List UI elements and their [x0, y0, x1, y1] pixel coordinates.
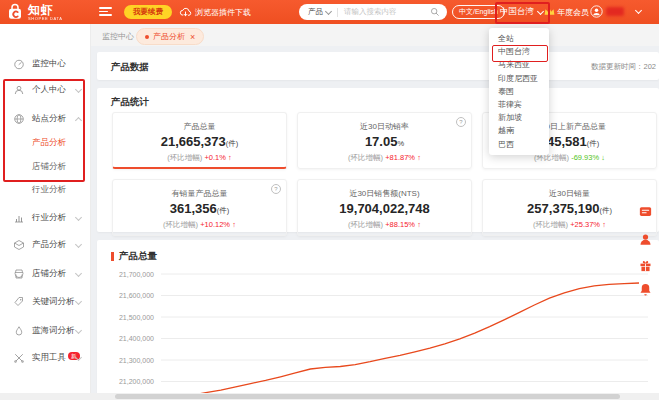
stat-title: 产品总量 [113, 121, 286, 132]
sidebar-item-industry-analysis[interactable]: 行业分析 [0, 208, 90, 228]
cube-icon [13, 239, 25, 251]
sidebar-item-shop-analysis[interactable]: 店铺分析 [0, 264, 90, 284]
region-option-vietnam[interactable]: 越南 [489, 124, 549, 137]
sidebar-item-personal-center[interactable]: 个人中心 [0, 80, 90, 100]
region-option-taiwan[interactable]: 中国台湾 [489, 45, 549, 58]
storefront-icon [13, 268, 25, 280]
chevron-down-icon [75, 327, 82, 334]
cloud-download-icon [179, 6, 192, 19]
svg-text:21,300,000: 21,300,000 [119, 357, 154, 364]
region-selector[interactable]: 中国台湾 [500, 6, 543, 18]
user-icon [13, 84, 25, 96]
tab-product-analysis[interactable]: 产品分析 × [136, 28, 204, 45]
sidebar-subitem-product-analysis[interactable]: 产品分析 [0, 134, 90, 152]
chevron-down-icon [75, 241, 82, 248]
stat-card-products-with-sales[interactable]: ? 有销量产品总量 361,356(件) (环比增幅) +10.12% ↑ [112, 179, 287, 236]
info-icon[interactable]: ? [271, 184, 281, 194]
up-arrow-icon: ↑ [228, 153, 232, 162]
region-dropdown-menu: 全站 中国台湾 马来西亚 印度尼西亚 泰国 菲律宾 新加坡 越南 巴西 [489, 28, 549, 155]
top-bar: 知虾 SHOPEE DATA 我要续费 浏览器插件下载 产品 请输入搜索内容 中… [0, 0, 659, 24]
up-arrow-icon: ↑ [417, 153, 421, 162]
customer-service-icon[interactable] [637, 231, 654, 248]
svg-text:21,400,000: 21,400,000 [119, 335, 154, 342]
sidebar-item-label: 蓝海词分析 [32, 325, 75, 337]
sidebar-subitem-industry-analysis[interactable]: 行业分析 [0, 181, 90, 199]
tab-monitor-center[interactable]: 监控中心 [102, 31, 134, 42]
stat-change: (环比增幅) +88.15% ↑ [298, 220, 471, 230]
stat-change: (环比增幅) +81.87% ↑ [298, 153, 471, 163]
globe-icon [13, 113, 25, 125]
sidebar-item-label: 关键词分析 [32, 296, 75, 308]
product-statistics-panel: 产品统计 产品总量 21,665,373(件) (环比增幅) +0.1% ↑ ?… [97, 88, 659, 232]
horizontal-scrollbar-thumb[interactable] [115, 394, 620, 399]
stat-card-sell-through-rate[interactable]: ? 近30日动销率 17.05% (环比增幅) +81.87% ↑ [297, 112, 472, 169]
stat-card-total-products[interactable]: 产品总量 21,665,373(件) (环比增幅) +0.1% ↑ [112, 112, 287, 169]
membership-label: 年度会员 [557, 7, 589, 18]
region-option-thailand[interactable]: 泰国 [489, 85, 549, 98]
sidebar-item-label: 店铺分析 [32, 268, 66, 280]
crown-icon [543, 5, 556, 18]
up-arrow-icon: ↑ [232, 220, 236, 229]
svg-text:21,700,000: 21,700,000 [119, 271, 154, 278]
data-update-time: 数据更新时间：202 [591, 62, 656, 72]
notification-bell-icon[interactable] [637, 281, 654, 298]
region-option-all[interactable]: 全站 [489, 32, 549, 45]
search-category-select[interactable]: 产品 [308, 7, 323, 17]
logo-title: 知虾 [28, 4, 62, 16]
sidebar: 监控中心 个人中心 站点分析 产品分析 店铺分析 行业分析 行业分析 产品分析 [0, 24, 91, 400]
avatar[interactable] [590, 5, 603, 18]
stat-card-sales-amount-30d[interactable]: 近30日销售额(NTS) 19,704,022,748 (环比增幅) +88.1… [297, 179, 472, 236]
stat-change: (环比增幅) +0.1% ↑ [113, 153, 286, 163]
stat-title: 近30日销售额(NTS) [298, 188, 471, 199]
svg-text:21,600,000: 21,600,000 [119, 292, 154, 299]
stats-section-title: 产品统计 [111, 96, 149, 109]
sidebar-item-keyword-analysis[interactable]: 关键词分析 [0, 292, 90, 312]
plugin-download-label: 浏览器插件下载 [195, 7, 251, 18]
sidebar-item-label: 行业分析 [32, 212, 66, 224]
svg-text:21,500,000: 21,500,000 [119, 314, 154, 321]
language-toggle[interactable]: 中文/English [452, 5, 505, 19]
tab-bar: 监控中心 产品分析 × [90, 24, 659, 46]
renew-button[interactable]: 我要续费 [124, 5, 172, 19]
product-total-line-chart: 21,700,00021,600,00021,500,00021,400,000… [99, 266, 657, 400]
page-title: 产品数据 [111, 61, 149, 74]
chart-header: 产品总量 [111, 250, 157, 263]
sidebar-item-product-analysis[interactable]: 产品分析 [0, 235, 90, 255]
sidebar-item-blue-ocean-analysis[interactable]: 蓝海词分析 [0, 321, 90, 341]
region-option-indonesia[interactable]: 印度尼西亚 [489, 72, 549, 85]
message-board-icon[interactable] [637, 203, 654, 220]
region-option-philippines[interactable]: 菲律宾 [489, 98, 549, 111]
stat-value: 17.05% [298, 134, 471, 151]
chart-title: 产品总量 [119, 250, 157, 263]
info-icon[interactable]: ? [456, 117, 466, 127]
menu-toggle-icon[interactable] [99, 7, 112, 17]
stat-change: (环比增幅) +10.12% ↑ [113, 220, 286, 230]
chevron-down-icon [325, 8, 332, 15]
up-arrow-icon: ↑ [602, 220, 606, 229]
sidebar-item-site-analysis[interactable]: 站点分析 [0, 109, 90, 129]
sidebar-subitem-label: 产品分析 [32, 137, 66, 149]
chevron-down-icon [75, 214, 82, 221]
product-data-card: 产品数据 数据更新时间：202 [97, 52, 659, 80]
sidebar-subitem-shop-analysis[interactable]: 店铺分析 [0, 158, 90, 176]
logo-subtitle: SHOPEE DATA [28, 17, 62, 21]
search-input[interactable]: 请输入搜索内容 [344, 7, 430, 17]
region-option-brazil[interactable]: 巴西 [489, 138, 549, 151]
gift-icon[interactable] [637, 257, 654, 274]
up-arrow-icon: ↑ [417, 220, 421, 229]
stat-card-sales-volume-30d[interactable]: 近30日销量 257,375,190(件) (环比增幅) +25.37% ↑ [482, 179, 657, 236]
chevron-down-icon [75, 270, 82, 277]
close-tab-icon[interactable]: × [190, 32, 195, 42]
gauge-icon [13, 58, 25, 70]
chart-title-marker [111, 252, 114, 261]
region-option-singapore[interactable]: 新加坡 [489, 111, 549, 124]
sidebar-item-monitor-center[interactable]: 监控中心 [0, 54, 90, 74]
search-icon[interactable] [430, 7, 440, 17]
stat-title: 近30日动销率 [298, 121, 471, 132]
user-menu-caret-icon[interactable] [635, 7, 642, 14]
plugin-download-button[interactable]: 浏览器插件下载 [179, 5, 251, 19]
region-option-malaysia[interactable]: 马来西亚 [489, 58, 549, 71]
chevron-down-icon [75, 86, 82, 93]
sidebar-item-tools[interactable]: 实用工具新 [0, 348, 90, 368]
logo[interactable]: 知虾 SHOPEE DATA [6, 3, 62, 21]
